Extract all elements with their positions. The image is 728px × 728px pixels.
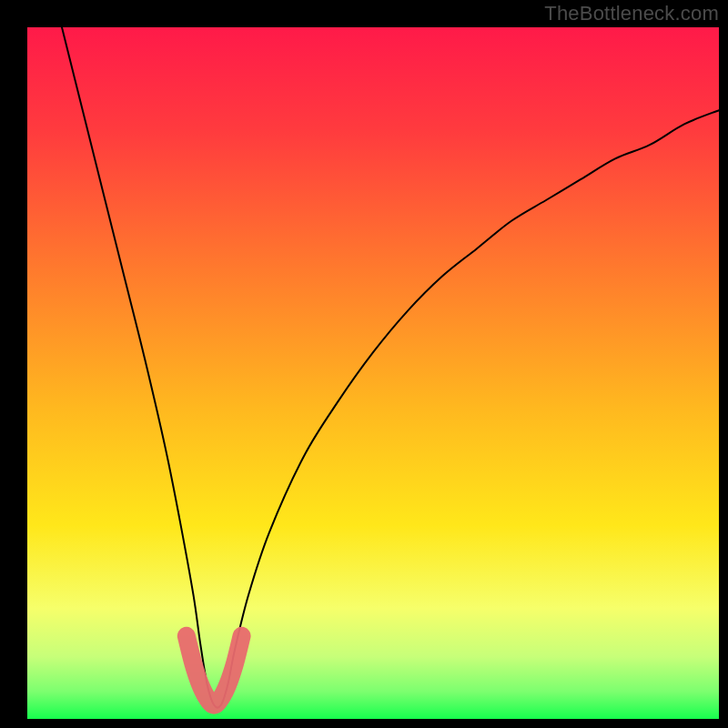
bottleneck-chart bbox=[0, 0, 728, 728]
watermark-text: TheBottleneck.com bbox=[544, 2, 719, 25]
chart-frame: TheBottleneck.com bbox=[0, 0, 728, 728]
plot-background bbox=[27, 27, 719, 719]
